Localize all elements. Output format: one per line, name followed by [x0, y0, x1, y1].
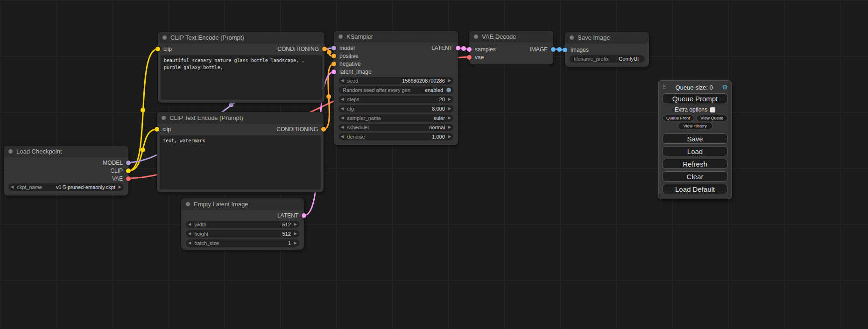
input-dot-samples[interactable] [467, 47, 472, 52]
increment-arrow-icon[interactable]: ▶ [448, 98, 451, 101]
node-vae-decode[interactable]: VAE Decode samples IMAGE vae [469, 31, 553, 64]
widget-name: batch_size [194, 240, 219, 246]
clear-button[interactable]: Clear [662, 171, 728, 182]
input-dot-clip[interactable] [155, 127, 159, 132]
output-dot-clip[interactable] [126, 168, 131, 173]
widget-name: denoise [347, 134, 365, 140]
collapse-dot[interactable] [186, 202, 190, 206]
node-title-bar[interactable]: Save Image [565, 32, 649, 43]
node-ksampler[interactable]: KSampler model LATENT positive negative … [334, 31, 458, 145]
input-slot-label: clip [162, 126, 171, 133]
node-title-bar[interactable]: KSampler [334, 31, 458, 42]
decrement-arrow-icon[interactable]: ◀ [341, 126, 344, 129]
load-button[interactable]: Load [662, 146, 728, 156]
increment-arrow-icon[interactable]: ▶ [448, 116, 451, 120]
output-slot-latent: LATENT [181, 211, 304, 220]
output-dot-conditioning[interactable] [322, 47, 327, 51]
decrement-arrow-icon[interactable]: ◀ [341, 135, 344, 139]
decrement-arrow-icon[interactable]: ◀ [188, 241, 191, 245]
prompt-textarea[interactable]: text, watermark [160, 135, 321, 189]
collapse-dot[interactable] [339, 35, 343, 39]
input-slot-label: negative [339, 61, 360, 67]
refresh-button[interactable]: Refresh [662, 159, 728, 169]
node-clip-text-encode-positive[interactable]: CLIP Text Encode (Prompt) clip CONDITION… [158, 32, 325, 103]
drag-handle-icon[interactable]: ⠿ [662, 84, 666, 91]
node-empty-latent-image[interactable]: Empty Latent Image LATENT ◀ width 512 ▶ … [181, 198, 304, 250]
output-slot-label: CONDITIONING [277, 46, 319, 52]
node-title-bar[interactable]: VAE Decode [469, 31, 553, 42]
decrement-arrow-icon[interactable]: ◀ [341, 116, 344, 120]
node-graph-canvas[interactable]: Load Checkpoint MODEL CLIP VAE ◀ ckpt [0, 0, 868, 329]
output-dot-image[interactable] [551, 47, 556, 52]
widget-height[interactable]: ◀ height 512 ▶ [186, 230, 299, 238]
increment-arrow-icon[interactable]: ▶ [294, 241, 297, 245]
decrement-arrow-icon[interactable]: ◀ [341, 107, 344, 111]
decrement-arrow-icon[interactable]: ◀ [11, 185, 14, 189]
node-save-image[interactable]: Save Image images filename_prefix ComfyU… [565, 32, 649, 67]
node-title-bar[interactable]: Empty Latent Image [181, 198, 304, 210]
increment-arrow-icon[interactable]: ▶ [119, 185, 121, 189]
wire-clip-to-negative [128, 129, 157, 171]
widget-random-seed-toggle[interactable]: Random seed after every gen enabled [339, 86, 453, 94]
toggle-knob-icon[interactable] [446, 88, 451, 92]
queue-front-button[interactable]: Queue Front [662, 115, 694, 121]
input-dot-negative[interactable] [332, 62, 336, 66]
output-dot-latent[interactable] [302, 213, 306, 218]
input-slot-label: samples [475, 46, 496, 53]
collapse-dot[interactable] [474, 35, 478, 39]
increment-arrow-icon[interactable]: ▶ [448, 79, 451, 83]
widget-ckpt-name[interactable]: ◀ ckpt_name v1-5-pruned-emaonly.ckpt ▶ [8, 183, 124, 191]
wire-conditioning-negative [324, 64, 334, 129]
input-dot-model[interactable] [332, 46, 336, 50]
widget-width[interactable]: ◀ width 512 ▶ [186, 221, 299, 228]
increment-arrow-icon[interactable]: ▶ [448, 135, 451, 139]
node-title-bar[interactable]: Load Checkpoint [4, 146, 128, 157]
queue-prompt-button[interactable]: Queue Prompt [662, 93, 728, 104]
input-dot-images[interactable] [563, 48, 567, 52]
view-queue-button[interactable]: View Queue [696, 115, 728, 121]
input-dot-latent-image[interactable] [332, 70, 336, 74]
extra-options-checkbox[interactable] [710, 107, 715, 112]
save-button[interactable]: Save [662, 133, 728, 144]
widget-scheduler[interactable]: ◀ scheduler normal ▶ [339, 124, 453, 131]
output-slot-label: MODEL [103, 160, 123, 166]
prompt-textarea[interactable]: beautiful scenery nature glass bottle la… [161, 55, 322, 100]
increment-arrow-icon[interactable]: ▶ [294, 223, 297, 226]
widget-batch-size[interactable]: ◀ batch_size 1 ▶ [186, 239, 299, 247]
output-dot-model[interactable] [126, 161, 131, 165]
output-dot-conditioning[interactable] [321, 127, 326, 132]
node-title: Empty Latent Image [194, 201, 248, 208]
view-history-button[interactable]: View History [677, 123, 713, 129]
collapse-dot[interactable] [570, 35, 574, 40]
input-dot-vae[interactable] [467, 55, 472, 60]
input-dot-positive[interactable] [332, 54, 336, 58]
load-default-button[interactable]: Load Default [662, 184, 728, 194]
collapse-dot[interactable] [162, 116, 166, 120]
collapse-dot[interactable] [8, 149, 13, 154]
wire-clip-to-positive [128, 49, 158, 171]
slot-row: model LATENT [334, 44, 458, 52]
input-dot-clip[interactable] [155, 47, 160, 51]
output-dot-vae[interactable] [126, 176, 131, 181]
widget-name: steps [347, 97, 359, 102]
decrement-arrow-icon[interactable]: ◀ [341, 79, 344, 83]
widget-filename-prefix[interactable]: filename_prefix ComfyUI [570, 55, 644, 63]
node-title-bar[interactable]: CLIP Text Encode (Prompt) [157, 112, 324, 124]
widget-seed[interactable]: ◀ seed 156680208700286 ▶ [339, 77, 453, 84]
collapse-dot[interactable] [162, 35, 167, 40]
widget-sampler-name[interactable]: ◀ sampler_name euler ▶ [339, 114, 453, 122]
decrement-arrow-icon[interactable]: ◀ [188, 223, 191, 226]
node-load-checkpoint[interactable]: Load Checkpoint MODEL CLIP VAE ◀ ckpt [4, 146, 128, 196]
increment-arrow-icon[interactable]: ▶ [294, 232, 297, 236]
widget-denoise[interactable]: ◀ denoise 1.000 ▶ [339, 133, 453, 140]
node-clip-text-encode-negative[interactable]: CLIP Text Encode (Prompt) clip CONDITION… [157, 112, 324, 192]
decrement-arrow-icon[interactable]: ◀ [341, 98, 344, 101]
decrement-arrow-icon[interactable]: ◀ [188, 232, 191, 236]
widget-steps[interactable]: ◀ steps 20 ▶ [339, 96, 453, 103]
increment-arrow-icon[interactable]: ▶ [448, 107, 451, 111]
settings-gear-icon[interactable]: ⚙ [722, 84, 728, 91]
widget-cfg[interactable]: ◀ cfg 8.000 ▶ [339, 105, 453, 112]
increment-arrow-icon[interactable]: ▶ [448, 126, 451, 129]
node-title-bar[interactable]: CLIP Text Encode (Prompt) [158, 32, 325, 43]
output-dot-latent[interactable] [456, 46, 460, 50]
